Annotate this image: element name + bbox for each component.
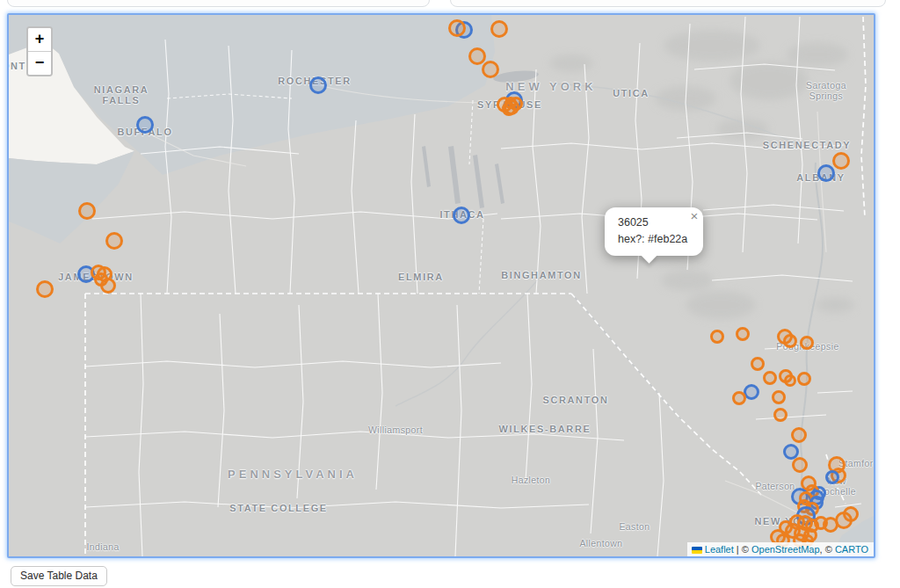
map-marker-orange[interactable]	[100, 278, 116, 294]
map-marker-blue[interactable]	[825, 470, 839, 484]
ukraine-flag-icon	[692, 547, 702, 554]
top-panel-right[interactable]	[450, 0, 886, 7]
zoom-control: + −	[26, 26, 53, 76]
carto-link[interactable]: CARTO	[835, 544, 868, 555]
zoom-in-button[interactable]: +	[28, 28, 51, 52]
map-marker-orange[interactable]	[832, 152, 850, 170]
page: TORONTONIAGARA FALLSBUFFALOROCHESTERSYRA…	[0, 0, 900, 588]
save-table-data-button[interactable]: Save Table Data	[11, 566, 107, 586]
map-marker-orange[interactable]	[482, 61, 499, 78]
map-marker-orange[interactable]	[751, 357, 765, 371]
map-marker-orange[interactable]	[791, 427, 807, 443]
zoom-out-button[interactable]: −	[28, 52, 51, 75]
map-marker-orange[interactable]	[732, 391, 746, 405]
map-marker-orange[interactable]	[784, 374, 796, 387]
leaflet-link[interactable]: Leaflet	[705, 544, 734, 555]
popup-close-icon[interactable]: ×	[690, 209, 698, 223]
map-marker-orange[interactable]	[736, 327, 750, 341]
openstreetmap-link[interactable]: OpenStreetMap	[751, 544, 820, 555]
popup-hex-text: hex?: #feb22a	[618, 231, 687, 248]
markers-layer	[9, 15, 874, 556]
map-marker-blue[interactable]	[309, 76, 327, 94]
map-marker-orange[interactable]	[783, 334, 797, 348]
top-panel-left[interactable]	[7, 0, 430, 7]
map-marker-orange[interactable]	[772, 390, 786, 404]
map-marker-blue[interactable]	[817, 164, 835, 182]
attribution-copy1: ©	[742, 544, 751, 555]
popup-id-text: 36025	[618, 214, 687, 231]
map-marker-orange[interactable]	[105, 232, 123, 250]
map-marker-orange[interactable]	[797, 372, 811, 386]
map-marker-orange[interactable]	[490, 20, 508, 38]
map-marker-orange[interactable]	[448, 19, 466, 37]
map-popup: × 36025 hex?: #feb22a	[605, 207, 703, 256]
map-marker-orange[interactable]	[36, 280, 54, 298]
map[interactable]: TORONTONIAGARA FALLSBUFFALOROCHESTERSYRA…	[7, 13, 875, 558]
attribution-separator: |	[734, 544, 742, 555]
map-attribution: Leaflet | © OpenStreetMap, © CARTO	[687, 542, 874, 556]
map-marker-orange[interactable]	[763, 371, 777, 385]
map-marker-orange[interactable]	[773, 408, 788, 422]
map-marker-orange[interactable]	[843, 506, 859, 522]
map-marker-orange[interactable]	[800, 336, 814, 350]
map-marker-blue[interactable]	[136, 116, 154, 134]
attribution-copy2: , ©	[820, 544, 835, 555]
map-marker-orange[interactable]	[504, 97, 517, 109]
map-marker-blue[interactable]	[453, 207, 470, 224]
map-marker-orange[interactable]	[78, 202, 96, 220]
map-marker-orange[interactable]	[792, 457, 808, 473]
map-marker-orange[interactable]	[710, 330, 724, 344]
